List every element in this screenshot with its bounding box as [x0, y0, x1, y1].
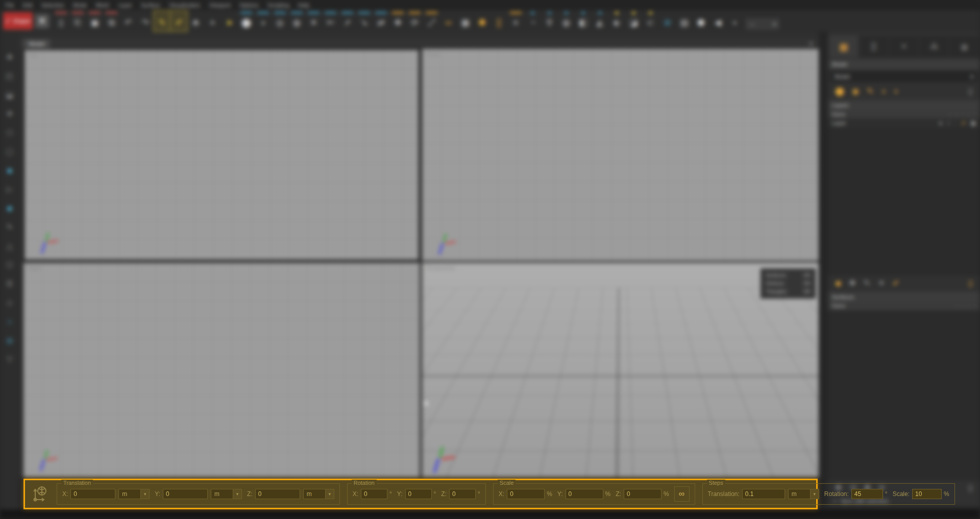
delete-item[interactable]: ▯ — [968, 484, 973, 492]
menu-item[interactable]: Mesh — [96, 2, 110, 8]
menu-item[interactable]: Options — [239, 2, 259, 8]
translation-input[interactable]: 0 — [163, 489, 208, 499]
shell-tool[interactable]: ◧ — [575, 11, 592, 31]
menu-item[interactable]: Layer — [118, 2, 132, 8]
mode-prev[interactable]: ◖ — [881, 87, 886, 95]
open-file[interactable]: ⎘ — [69, 11, 86, 31]
layer-row[interactable]: Layer ●○·✔▣ — [828, 118, 980, 128]
step-input[interactable]: 45 — [851, 489, 883, 499]
disable-tool[interactable]: ⊘ — [659, 11, 676, 31]
column-icon[interactable]: ▫ — [962, 304, 963, 309]
delete-selection[interactable]: ✕ — [305, 11, 322, 31]
select-sphere[interactable]: ⬤ — [238, 11, 255, 31]
column-icon[interactable]: ▫ — [955, 112, 957, 117]
layer-toggle-icon[interactable]: · — [955, 120, 957, 127]
bulb-tool[interactable]: ◍ — [558, 11, 575, 31]
sphere-tool[interactable]: ◔ — [524, 11, 541, 31]
rail-snap-b[interactable]: ◆ — [7, 204, 13, 212]
list-tool[interactable]: ▤ — [676, 11, 693, 31]
tab-hierarchy[interactable]: ⁂ — [920, 36, 949, 57]
unit-dropdown[interactable]: m ▾ — [788, 489, 819, 499]
column-icon[interactable]: ▫ — [968, 304, 970, 309]
viewport-front[interactable]: Front — [422, 49, 819, 261]
align[interactable]: ≡ — [507, 11, 524, 31]
mode-face[interactable]: ✎ — [867, 87, 873, 95]
pivot-grid[interactable]: ▦ — [457, 11, 474, 31]
unit-dropdown[interactable]: m ▾ — [118, 489, 150, 499]
scale-input[interactable]: 0 — [624, 489, 662, 499]
menu-item[interactable]: Selection — [41, 2, 64, 8]
grow-selection[interactable]: ➚ — [339, 11, 356, 31]
pick-surface[interactable]: ✚ — [849, 279, 855, 287]
rail-mirror[interactable]: ⬓ — [6, 91, 13, 98]
curve-tool[interactable]: ⊂ — [642, 11, 659, 31]
column-icon[interactable]: ▫ — [974, 304, 976, 309]
step-input[interactable]: 0.1 — [742, 489, 785, 499]
hand-tool[interactable]: ⬘ — [187, 11, 204, 31]
layer-toggle-icon[interactable]: ▣ — [971, 120, 976, 127]
rail-ring-a[interactable]: ○ — [7, 317, 12, 325]
column-icon[interactable]: ▫ — [974, 112, 976, 117]
menu-item[interactable]: File — [5, 2, 14, 8]
select-ring[interactable]: ◎ — [272, 11, 288, 31]
add-surface[interactable]: ◆ — [835, 279, 841, 287]
tab-display[interactable]: ▒ — [859, 36, 888, 57]
layer-toggle-icon[interactable]: ✔ — [961, 120, 966, 127]
hand-deform[interactable]: ⬖ — [608, 11, 625, 31]
scale-input[interactable]: 0 — [566, 489, 603, 499]
rail-axes[interactable]: ✜ — [7, 110, 13, 117]
viewport-perspective[interactable]: Perspective Surfaces: 0/0 Vertices: 0/0 … — [422, 263, 819, 477]
rail-draw[interactable]: ✎ — [7, 223, 13, 231]
rail-transform[interactable]: ✥ — [7, 53, 13, 61]
rotate[interactable]: ⟳ — [406, 11, 423, 31]
menu-item[interactable]: Scripting — [267, 2, 289, 8]
edit-surface[interactable]: ✎ — [864, 279, 870, 287]
viewport-top[interactable]: Top — [23, 49, 420, 261]
column-icon[interactable]: ▫ — [968, 112, 970, 117]
step-input[interactable]: 10 — [912, 489, 942, 499]
validate-surface[interactable]: ✔ — [893, 279, 899, 287]
link-axes-button[interactable]: ∞ — [674, 486, 690, 502]
rail-triangle[interactable]: △ — [7, 242, 13, 250]
scale[interactable]: ⤢ — [423, 11, 440, 31]
save[interactable]: ▣ — [86, 11, 103, 31]
tab-light[interactable]: ◍ — [950, 36, 979, 57]
delete-surface[interactable]: ▯ — [968, 279, 973, 287]
viewport-right[interactable]: Right — [23, 263, 420, 477]
rotation-input[interactable]: 0 — [449, 489, 476, 499]
rail-list[interactable]: ☰ — [6, 280, 13, 287]
rail-diamond[interactable]: ◇ — [7, 299, 13, 306]
rotation-input[interactable]: 0 — [361, 489, 387, 499]
snap-mode[interactable]: ✐ — [170, 11, 187, 31]
rail-play[interactable]: ▷ — [7, 185, 13, 193]
mirror[interactable]: ⚉ — [474, 11, 491, 31]
menu-item[interactable]: Surface — [141, 2, 160, 8]
save-all[interactable]: ⧉ — [103, 11, 120, 31]
column-icon[interactable]: ▫ — [955, 304, 957, 309]
wedge-tool[interactable]: ◭ — [592, 11, 608, 31]
link-transform[interactable]: ∞ — [440, 11, 457, 31]
surfaces-list-empty[interactable] — [828, 310, 980, 480]
tiny-dot[interactable]: ▪ — [726, 11, 743, 31]
select-half[interactable]: ◖ — [255, 11, 272, 31]
coordinate-space-icon[interactable] — [30, 484, 50, 504]
rail-snap-a[interactable]: ◆ — [7, 166, 13, 174]
unit-dropdown[interactable]: m ▾ — [211, 489, 242, 499]
select-soft[interactable]: ◍ — [288, 11, 305, 31]
nav-back[interactable]: ◀ — [709, 11, 726, 31]
scale-input[interactable]: 0 — [507, 489, 545, 499]
menu-item[interactable]: Help — [298, 2, 310, 8]
close-icon[interactable]: ✕ — [808, 40, 814, 47]
array-dots[interactable]: ⣿ — [491, 11, 507, 31]
workspace-icon[interactable]: ❖ — [35, 14, 49, 28]
menu-item[interactable]: Edit — [23, 2, 33, 8]
mode-edge[interactable]: ◉ — [852, 87, 859, 95]
rail-box[interactable]: ◰ — [6, 72, 13, 80]
invert-selection[interactable]: ⇄ — [373, 11, 389, 31]
line-style-dropdown[interactable]: — ▾ — [746, 19, 779, 29]
layer-toggle-icon[interactable]: ○ — [947, 120, 950, 127]
mode-vertex[interactable]: ⬤ — [835, 87, 844, 95]
rotation-input[interactable]: 0 — [405, 489, 432, 499]
rail-down[interactable]: ▽ — [7, 355, 13, 363]
tab-model[interactable]: ▦ — [829, 36, 858, 57]
